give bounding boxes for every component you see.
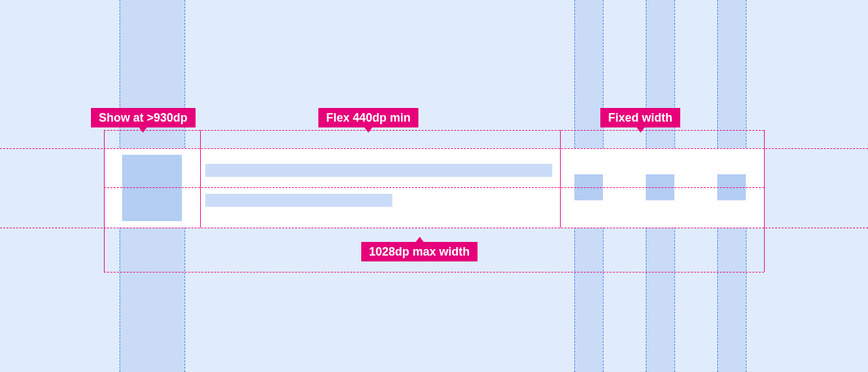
pane-divider <box>200 130 201 228</box>
text-line-placeholder <box>205 194 392 207</box>
outer-frame-top <box>104 130 764 131</box>
hguide-card-bottom <box>0 228 868 228</box>
text-line-placeholder <box>205 164 552 177</box>
annotation-flex-min: Flex 440dp min <box>318 108 418 127</box>
annotation-max-width: 1028dp max width <box>361 242 478 261</box>
annotation-fixed-width: Fixed width <box>600 108 680 127</box>
layout-spec-diagram: Show at >930dp Flex 440dp min Fixed widt… <box>0 0 868 372</box>
hguide-card-mid <box>104 187 764 188</box>
outer-frame-bottom <box>104 272 764 272</box>
pane-divider <box>560 130 561 228</box>
thumbnail-placeholder <box>122 155 182 221</box>
outer-frame-right <box>764 130 765 272</box>
outer-frame-left <box>104 130 105 272</box>
hguide-card-top <box>0 148 868 149</box>
annotation-show-at: Show at >930dp <box>91 108 196 127</box>
